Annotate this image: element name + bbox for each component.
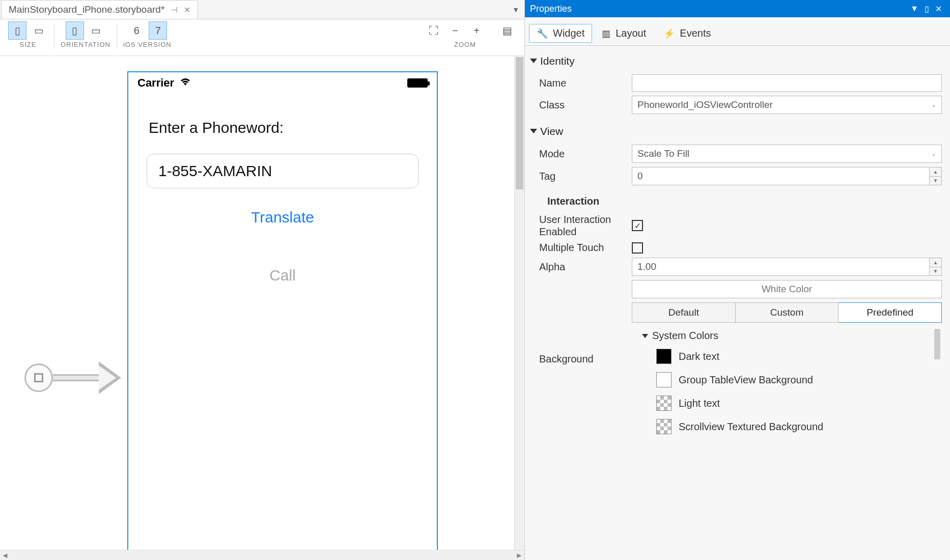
mode-label: Mode bbox=[530, 148, 632, 160]
scroll-right-icon[interactable]: ► bbox=[514, 551, 524, 559]
system-colors-title: System Colors bbox=[652, 330, 718, 342]
canvas[interactable]: Carrier Enter a Phoneword: 1-855-XAMARIN… bbox=[0, 56, 514, 550]
name-input[interactable] bbox=[632, 74, 942, 92]
seg-custom[interactable]: Custom bbox=[736, 302, 839, 323]
alpha-label: Alpha bbox=[530, 261, 632, 273]
constraints-button[interactable]: ▤ bbox=[498, 21, 516, 40]
user-interaction-label: User Interaction Enabled bbox=[530, 213, 632, 238]
mode-value: Scale To Fill bbox=[637, 148, 689, 159]
step-down-icon[interactable]: ▼ bbox=[930, 267, 941, 276]
color-item[interactable]: Light text bbox=[642, 391, 942, 415]
ios6-button[interactable]: 6 bbox=[127, 21, 146, 40]
caret-icon bbox=[530, 129, 537, 133]
view-header[interactable]: View bbox=[530, 122, 942, 141]
class-select[interactable]: Phoneworld_iOSViewController ⌄ bbox=[632, 96, 942, 114]
size-tablet-button[interactable]: ▭ bbox=[30, 21, 48, 40]
color-item[interactable]: Dark text bbox=[642, 345, 942, 368]
multiple-touch-label: Multiple Touch bbox=[530, 242, 632, 254]
document-tab[interactable]: MainStoryboard_iPhone.storyboard* ⊣ ✕ bbox=[1, 0, 198, 19]
canvas-horizontal-scrollbar[interactable]: ◄ ► bbox=[0, 550, 524, 560]
orientation-portrait-button[interactable]: ▯ bbox=[66, 21, 84, 40]
view-title: View bbox=[540, 125, 563, 137]
zoom-label: ZOOM bbox=[454, 41, 476, 48]
tab-layout[interactable]: ▥ Layout bbox=[594, 24, 654, 43]
zoom-fit-button[interactable]: ⛶ bbox=[425, 21, 443, 40]
designer-toolbar: ▯ ▭ SIZE ▯ ▭ ORIENTATION 6 7 iOS VERSIO bbox=[0, 19, 524, 56]
size-group: ▯ ▭ SIZE bbox=[4, 21, 52, 48]
step-up-icon[interactable]: ▲ bbox=[930, 258, 941, 267]
phoneword-textfield[interactable]: 1-855-XAMARIN bbox=[147, 154, 418, 188]
properties-title: Properties bbox=[530, 4, 572, 14]
call-button[interactable]: Call bbox=[128, 267, 437, 284]
canvas-vertical-scrollbar[interactable] bbox=[514, 56, 524, 550]
color-swatch-icon bbox=[656, 396, 672, 411]
phoneword-heading[interactable]: Enter a Phoneword: bbox=[128, 94, 437, 142]
scroll-left-icon[interactable]: ◄ bbox=[0, 551, 10, 559]
size-label: SIZE bbox=[20, 41, 37, 48]
panel-menu-chevron-icon[interactable]: ▼ bbox=[907, 4, 921, 13]
designer-pane: MainStoryboard_iPhone.storyboard* ⊣ ✕ ▼ … bbox=[0, 0, 525, 560]
initial-viewcontroller-arrow[interactable] bbox=[24, 361, 121, 394]
background-label: Background bbox=[530, 353, 632, 365]
zoom-out-button[interactable]: − bbox=[446, 21, 464, 40]
color-item-label: Scrollview Textured Background bbox=[679, 421, 823, 433]
color-item[interactable]: Scrollview Textured Background bbox=[642, 415, 942, 438]
zoom-group: ⛶ − + ▤ ZOOM bbox=[421, 21, 520, 48]
alpha-input[interactable]: 1.00 bbox=[632, 258, 930, 276]
identity-header[interactable]: Identity bbox=[530, 52, 942, 70]
ios-version-label: iOS VERSION bbox=[123, 41, 172, 48]
chevron-down-icon: ⌄ bbox=[931, 101, 936, 108]
close-panel-icon[interactable]: ✕ bbox=[932, 4, 945, 14]
carrier-label: Carrier bbox=[137, 76, 174, 90]
pin-icon[interactable]: ⊣ bbox=[171, 5, 178, 15]
caret-icon bbox=[642, 334, 648, 338]
canvas-wrap: Carrier Enter a Phoneword: 1-855-XAMARIN… bbox=[0, 56, 524, 560]
color-item[interactable]: Group TableView Background bbox=[642, 368, 942, 391]
background-value[interactable]: White Color bbox=[632, 280, 942, 298]
step-down-icon[interactable]: ▼ bbox=[930, 177, 941, 185]
orientation-landscape-button[interactable]: ▭ bbox=[87, 21, 105, 40]
bolt-icon: ⚡ bbox=[663, 28, 675, 39]
color-item-label: Light text bbox=[679, 398, 720, 409]
translate-button[interactable]: Translate bbox=[128, 209, 437, 226]
tag-label: Tag bbox=[530, 171, 632, 182]
color-swatch-icon bbox=[656, 349, 672, 364]
seg-default[interactable]: Default bbox=[632, 302, 736, 323]
properties-body: Identity Name Class Phoneworld_iOSViewCo… bbox=[525, 46, 950, 560]
identity-title: Identity bbox=[540, 55, 575, 67]
viewcontroller-preview[interactable]: Carrier Enter a Phoneword: 1-855-XAMARIN… bbox=[127, 71, 438, 560]
colors-scrollbar[interactable] bbox=[934, 329, 940, 359]
background-segment: Default Custom Predefined bbox=[632, 302, 942, 323]
step-up-icon[interactable]: ▲ bbox=[930, 167, 941, 177]
pin-panel-icon[interactable]: ▯ bbox=[921, 4, 932, 14]
zoom-in-button[interactable]: + bbox=[467, 21, 486, 40]
tab-widget-label: Widget bbox=[553, 27, 584, 39]
seg-predefined[interactable]: Predefined bbox=[839, 302, 942, 323]
class-label: Class bbox=[530, 99, 632, 111]
close-icon[interactable]: ✕ bbox=[184, 5, 190, 15]
orientation-group: ▯ ▭ ORIENTATION bbox=[57, 21, 115, 48]
interaction-heading: Interaction bbox=[530, 189, 942, 209]
size-phone-button[interactable]: ▯ bbox=[8, 21, 26, 40]
class-value: Phoneworld_iOSViewController bbox=[637, 99, 773, 110]
tag-stepper[interactable]: ▲▼ bbox=[930, 167, 942, 185]
tag-input[interactable]: 0 bbox=[632, 167, 930, 185]
color-item-label: Group TableView Background bbox=[679, 374, 813, 386]
tab-overflow-chevron-icon[interactable]: ▼ bbox=[512, 6, 523, 14]
user-interaction-checkbox[interactable]: ✓ bbox=[632, 220, 643, 231]
ios-version-group: 6 7 iOS VERSION bbox=[119, 21, 176, 48]
battery-icon bbox=[407, 78, 428, 88]
properties-tabs: 🔧 Widget ▥ Layout ⚡ Events bbox=[525, 17, 950, 46]
system-colors-header[interactable]: System Colors bbox=[642, 327, 942, 345]
tab-events[interactable]: ⚡ Events bbox=[656, 24, 718, 43]
mode-select[interactable]: Scale To Fill ⌄ bbox=[632, 145, 942, 163]
multiple-touch-checkbox[interactable] bbox=[632, 242, 643, 254]
tab-widget[interactable]: 🔧 Widget bbox=[529, 24, 592, 43]
color-item-label: Dark text bbox=[679, 351, 719, 362]
ios7-button[interactable]: 7 bbox=[149, 21, 167, 40]
color-swatch-icon bbox=[656, 419, 672, 434]
tab-events-label: Events bbox=[680, 27, 711, 39]
section-view: View Mode Scale To Fill ⌄ Tag 0 ▲ bbox=[530, 122, 942, 438]
document-tab-title: MainStoryboard_iPhone.storyboard* bbox=[9, 4, 164, 15]
alpha-stepper[interactable]: ▲▼ bbox=[930, 258, 942, 276]
